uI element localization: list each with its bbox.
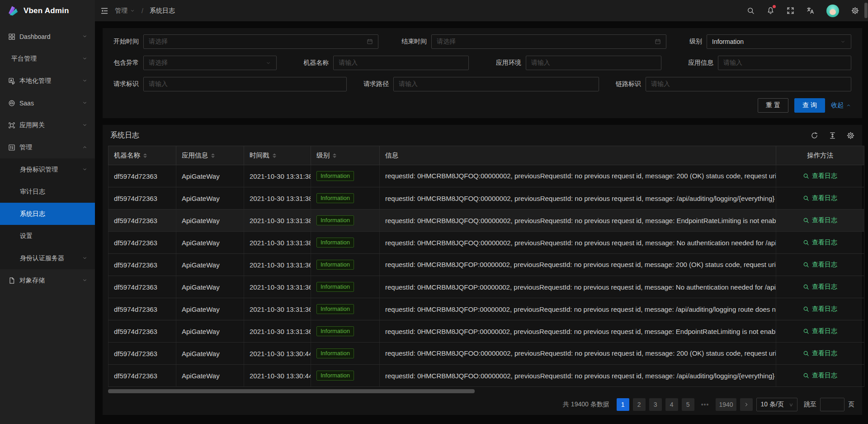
page-size-select[interactable]: 10 条/页 ∨ — [756, 398, 797, 411]
sort-carets-icon[interactable] — [211, 153, 215, 158]
cell-machine-name: df5974d72363 — [108, 365, 176, 387]
gateway-icon — [8, 122, 15, 129]
sidebar-item-label: 本地化管理 — [19, 77, 82, 85]
row-height-icon[interactable] — [829, 132, 836, 139]
query-button[interactable]: 查 询 — [794, 98, 825, 113]
page-button-3[interactable]: 3 — [649, 398, 662, 411]
sidebar-item-system-log[interactable]: 系统日志 — [0, 203, 95, 225]
sidebar-item-platform[interactable]: 平台管理 — [0, 48, 95, 70]
cell-timestamp: 2021-10-30 13:31:36 — [244, 276, 311, 298]
column-header-inner: 信息 — [385, 151, 770, 160]
table-row[interactable]: df5974d72363ApiGateWay2021-10-30 13:31:3… — [108, 320, 864, 343]
sort-carets-icon[interactable] — [333, 153, 336, 158]
table-row[interactable]: df5974d72363ApiGateWay2021-10-30 13:31:3… — [108, 254, 864, 276]
cell-level: Information — [311, 276, 380, 298]
page-buttons: 12345•••1940 — [617, 398, 736, 411]
page-button-5[interactable]: 5 — [682, 398, 694, 411]
view-log-link[interactable]: 查看日志 — [803, 194, 837, 202]
level-badge: Information — [316, 238, 354, 248]
magnifier-icon — [803, 239, 809, 246]
table-row[interactable]: df5974d72363ApiGateWay2021-10-30 13:31:3… — [108, 232, 864, 254]
reset-button[interactable]: 重 置 — [758, 98, 788, 113]
vertical-scrollbar-thumb[interactable] — [864, 3, 868, 18]
table-row[interactable]: df5974d72363ApiGateWay2021-10-30 13:31:3… — [108, 165, 864, 187]
cell-timestamp: 2021-10-30 13:31:38 — [244, 187, 311, 210]
collapse-button[interactable]: 收起 — [831, 101, 851, 110]
cell-action: 查看日志 — [776, 187, 864, 210]
view-log-link[interactable]: 查看日志 — [803, 283, 837, 291]
page-button-4[interactable]: 4 — [665, 398, 678, 411]
text-input[interactable]: 请输入 — [526, 56, 661, 70]
table-row[interactable]: df5974d72363ApiGateWay2021-10-30 13:31:3… — [108, 276, 864, 298]
cell-app-info: ApiGateWay — [176, 320, 244, 343]
sidebar-item-audit-log[interactable]: 审计日志 — [0, 181, 95, 203]
view-log-link[interactable]: 查看日志 — [803, 327, 837, 335]
sidebar-item-management[interactable]: 管理 — [0, 136, 95, 158]
sidebar-item-gateway[interactable]: 应用网关 — [0, 114, 95, 136]
text-input[interactable]: 请输入 — [333, 56, 469, 70]
date-picker[interactable]: 请选择 — [431, 34, 666, 49]
text-input[interactable]: 请输入 — [646, 77, 851, 91]
text-input[interactable]: 请输入 — [143, 77, 347, 91]
column-header-1[interactable]: 机器名称 — [108, 146, 176, 165]
message-text: requestId: 0HMCRBM8JQFOQ:00000002, previ… — [385, 239, 776, 247]
table-row[interactable]: df5974d72363ApiGateWay2021-10-30 13:31:3… — [108, 187, 864, 210]
table-row[interactable]: df5974d72363ApiGateWay2021-10-30 13:31:3… — [108, 210, 864, 232]
text-input[interactable]: 请输入 — [718, 56, 851, 70]
column-label: 信息 — [385, 151, 398, 160]
sidebar-item-settings[interactable]: 设置 — [0, 225, 95, 247]
cell-action: 查看日志 — [776, 365, 864, 387]
sort-carets-icon[interactable] — [143, 153, 147, 158]
view-log-link[interactable]: 查看日志 — [803, 238, 837, 247]
view-log-link[interactable]: 查看日志 — [803, 349, 837, 357]
sidebar-item-auth-server[interactable]: 身份认证服务器 — [0, 247, 95, 269]
search-icon[interactable] — [747, 7, 755, 14]
refresh-icon[interactable] — [811, 132, 818, 139]
page-button-1[interactable]: 1 — [617, 398, 629, 411]
view-log-link[interactable]: 查看日志 — [803, 372, 837, 380]
table-row[interactable]: df5974d72363ApiGateWay2021-10-30 13:30:4… — [108, 365, 864, 387]
sort-carets-icon[interactable] — [273, 153, 276, 158]
view-log-link[interactable]: 查看日志 — [803, 172, 837, 180]
cell-app-info: ApiGateWay — [176, 165, 244, 187]
fullscreen-icon[interactable] — [787, 7, 794, 14]
column-label: 级别 — [316, 151, 330, 160]
sidebar-item-object-storage[interactable]: 对象存储 — [0, 269, 95, 291]
translate-icon[interactable] — [807, 7, 814, 14]
sidebar-item-identity[interactable]: 身份标识管理 — [0, 158, 95, 181]
next-page-button[interactable] — [740, 398, 753, 411]
jump-page-input[interactable] — [820, 398, 844, 411]
horizontal-scrollbar-thumb[interactable] — [108, 389, 475, 393]
sidebar-item-saas[interactable]: Saas — [0, 92, 95, 114]
cell-level: Information — [311, 232, 380, 254]
level-badge: Information — [316, 348, 354, 358]
level-badge: Information — [316, 282, 354, 292]
date-picker[interactable]: 请选择 — [143, 34, 378, 49]
settings-gear-icon[interactable] — [851, 7, 859, 14]
view-log-link[interactable]: 查看日志 — [803, 261, 837, 269]
column-header-4[interactable]: 级别 — [311, 146, 380, 165]
sidebar-item-localization[interactable]: 本地化管理 — [0, 70, 95, 92]
cell-machine-name: df5974d72363 — [108, 187, 176, 210]
table-settings-icon[interactable] — [847, 132, 854, 139]
avatar[interactable] — [826, 5, 839, 17]
text-input[interactable]: 请输入 — [393, 77, 599, 91]
view-log-link[interactable]: 查看日志 — [803, 305, 837, 313]
view-log-link[interactable]: 查看日志 — [803, 216, 837, 224]
column-header-2[interactable]: 应用信息 — [176, 146, 244, 165]
table-row[interactable]: df5974d72363ApiGateWay2021-10-30 13:30:4… — [108, 343, 864, 365]
horizontal-scrollbar[interactable] — [108, 388, 857, 394]
notifications-button[interactable] — [767, 7, 774, 14]
select[interactable]: Information — [707, 34, 851, 49]
cell-message: requestId: 0HMCRBM8JQFOP:00000002, previ… — [380, 254, 776, 276]
sidebar-item-dashboard[interactable]: Dashboard — [0, 25, 95, 48]
logo[interactable]: Vben Admin — [0, 0, 95, 21]
select[interactable]: 请选择 — [143, 56, 277, 70]
page-button-2[interactable]: 2 — [633, 398, 646, 411]
table-row[interactable]: df5974d72363ApiGateWay2021-10-30 13:31:3… — [108, 298, 864, 320]
column-header-3[interactable]: 时间戳 — [244, 146, 311, 165]
menu-fold-icon[interactable] — [100, 7, 108, 15]
breadcrumb-parent[interactable]: 管理 — [115, 7, 135, 15]
notification-badge — [773, 5, 776, 8]
page-button-1940[interactable]: 1940 — [716, 398, 736, 411]
